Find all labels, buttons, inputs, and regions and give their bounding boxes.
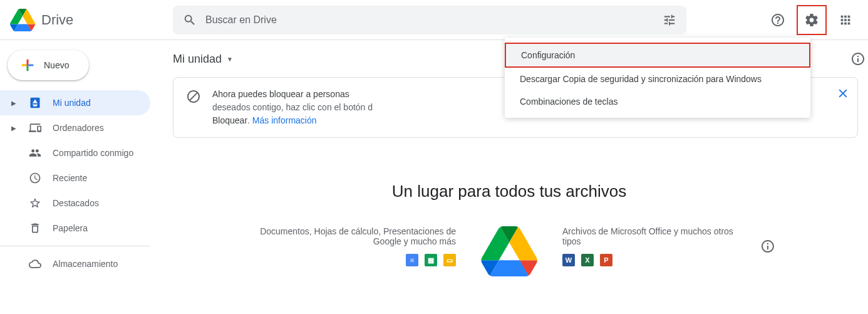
help-icon: [770, 13, 785, 28]
sidebar-item-storage[interactable]: Almacenamiento: [0, 251, 150, 276]
empty-state: Un lugar para todos tus archivos Documen…: [160, 182, 858, 276]
info-icon: [850, 51, 865, 66]
drive-folder-icon: [29, 97, 41, 109]
sidebar-item-label: Mi unidad: [53, 98, 91, 108]
sheets-icon: ▦: [425, 254, 437, 266]
empty-right-col: Archivos de Microsoft Office y muchos ot…: [562, 226, 775, 266]
settings-button[interactable]: [797, 5, 827, 35]
tune-icon[interactable]: [663, 13, 676, 27]
chevron-down-icon: ▼: [227, 56, 233, 63]
sidebar-item-label: Destacados: [53, 198, 99, 208]
info-icon[interactable]: [760, 239, 775, 254]
apps-button[interactable]: [833, 8, 858, 33]
help-button[interactable]: [765, 8, 790, 33]
sidebar-item-label: Reciente: [53, 173, 87, 183]
slides-icon: ▭: [443, 254, 456, 266]
app-name: Drive: [41, 12, 73, 28]
menu-item-shortcuts[interactable]: Combinaciones de teclas: [505, 90, 810, 113]
sidebar-item-computers[interactable]: ▶ Ordenadores: [0, 115, 150, 140]
cloud-icon: [29, 258, 41, 270]
computers-icon: [29, 122, 41, 134]
word-icon: W: [562, 254, 575, 266]
sidebar-item-label: Papelera: [53, 223, 88, 233]
menu-item-settings[interactable]: Configuración: [505, 43, 810, 68]
plus-icon: [19, 56, 36, 74]
sidebar-item-mydrive[interactable]: ▶ Mi unidad: [0, 90, 150, 115]
shared-icon: [29, 147, 41, 159]
more-info-link[interactable]: Más información: [252, 115, 317, 125]
sidebar-item-label: Ordenadores: [53, 123, 104, 133]
new-button-label: Nuevo: [44, 60, 69, 70]
empty-left-col: Documentos, Hojas de cálculo, Presentaci…: [243, 226, 456, 266]
excel-icon: X: [581, 254, 594, 266]
powerpoint-icon: P: [600, 254, 612, 266]
sidebar-item-trash[interactable]: Papelera: [0, 216, 150, 241]
gear-icon: [804, 13, 819, 28]
settings-menu: Configuración Descargar Copia de segurid…: [505, 38, 810, 118]
sidebar: Nuevo ▶ Mi unidad ▶ Ordenadores Comparti…: [0, 40, 160, 314]
sidebar-item-shared[interactable]: Compartido conmigo: [0, 140, 150, 165]
trash-icon: [29, 222, 41, 234]
search-input[interactable]: [205, 14, 663, 26]
close-icon[interactable]: [836, 86, 850, 100]
logo-area[interactable]: Drive: [10, 8, 173, 33]
clock-icon: [29, 172, 41, 184]
menu-item-backup[interactable]: Descargar Copia de seguridad y sincroniz…: [505, 68, 810, 90]
caret-icon: ▶: [11, 125, 18, 132]
header: Drive: [0, 0, 868, 40]
sidebar-item-recent[interactable]: Reciente: [0, 165, 150, 191]
empty-title: Un lugar para todos tus archivos: [160, 182, 858, 201]
info-button[interactable]: [850, 51, 865, 66]
search-icon: [183, 13, 197, 27]
sidebar-item-starred[interactable]: Destacados: [0, 191, 150, 216]
banner-text: Ahora puedes bloquear a personas deseado…: [212, 88, 373, 127]
drive-logo-icon: [10, 8, 35, 33]
drive-large-icon: [481, 226, 537, 276]
header-actions: [753, 5, 858, 35]
search-bar[interactable]: [173, 6, 686, 34]
caret-icon: ▶: [11, 100, 18, 107]
sidebar-item-label: Compartido conmigo: [53, 148, 133, 158]
apps-icon: [839, 13, 852, 27]
new-button[interactable]: Nuevo: [8, 50, 89, 80]
divider: [0, 246, 150, 246]
star-icon: [29, 197, 41, 209]
docs-icon: ≡: [406, 254, 418, 266]
breadcrumb-label: Mi unidad: [173, 53, 222, 66]
sidebar-item-label: Almacenamiento: [53, 259, 118, 269]
block-icon: [186, 89, 201, 104]
